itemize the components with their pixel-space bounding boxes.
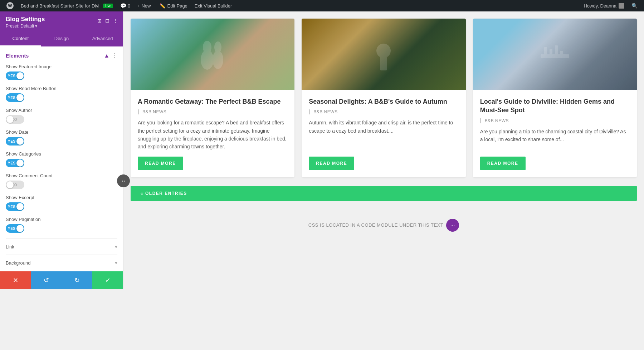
svg-rect-5: [380, 56, 387, 70]
blog-card-seasonal: Seasonal Delights: A B&B's Guide to Autu…: [302, 19, 465, 177]
columns-icon[interactable]: ⊟: [105, 18, 109, 24]
toggle-yes-label: YES: [6, 96, 16, 100]
search-admin-icon[interactable]: 🔍: [628, 3, 641, 9]
toggle-yes-label: YES: [6, 227, 16, 231]
author-toggle-wrapper: NO: [6, 115, 117, 124]
excerpt-toggle[interactable]: YES: [6, 202, 24, 211]
elements-section-title: Elements: [6, 53, 29, 59]
comment-count-label: Show Comment Count: [6, 173, 117, 178]
css-module-text: CSS IS LOCATED IN A CODE MODULE UNDER TH…: [308, 222, 443, 228]
fullscreen-icon[interactable]: ⊞: [97, 18, 102, 24]
excerpt-toggle-wrapper: YES: [6, 202, 117, 211]
background-section-chevron-icon: ▾: [115, 260, 117, 266]
comment-count-toggle-wrapper: NO: [6, 181, 117, 189]
romantic-image-svg: [191, 33, 234, 76]
separator: [155, 2, 155, 9]
pagination-toggle-wrapper: YES: [6, 224, 117, 233]
section-more-icon[interactable]: ⋮: [112, 52, 117, 59]
edit-page-item[interactable]: ✏️ Edit Page: [156, 0, 191, 11]
sidebar-preset[interactable]: Preset: Default ▾: [6, 24, 117, 29]
toggle-yes-label: YES: [6, 161, 16, 165]
categories-toggle[interactable]: YES: [6, 159, 24, 167]
svg-point-1: [201, 50, 214, 70]
blog-card-image-romantic: [131, 19, 294, 90]
read-more-button-seasonal[interactable]: READ MORE: [309, 157, 354, 170]
wp-logo-item[interactable]: W: [3, 0, 17, 11]
author-label: Show Author: [6, 108, 117, 113]
featured-image-toggle[interactable]: YES: [6, 72, 24, 80]
svg-rect-7: [544, 47, 547, 55]
avatar: [619, 3, 624, 9]
blog-card-body-romantic: A Romantic Getaway: The Perfect B&B Esca…: [131, 90, 294, 177]
more-options-circle-button[interactable]: ···: [446, 219, 459, 232]
setting-read-more: Show Read More Button YES: [6, 86, 117, 102]
comment-count-toggle[interactable]: NO: [6, 181, 24, 189]
read-more-button-local[interactable]: READ MORE: [480, 157, 526, 170]
blog-card-excerpt-local: Are you planning a trip to the charming …: [480, 128, 630, 151]
older-entries-button[interactable]: « OLDER ENTRIES: [131, 186, 637, 201]
blog-card-category-local: B&B NEWS: [480, 118, 630, 123]
exit-builder-item[interactable]: Exit Visual Builder: [191, 0, 236, 11]
main-layout: Blog Settings Preset: Default ▾ ⊞ ⊟ ⋮ Co…: [0, 11, 644, 350]
preset-caret-icon: ▾: [35, 24, 37, 29]
pagination-toggle[interactable]: YES: [6, 224, 24, 233]
collapse-icon[interactable]: ▲: [104, 53, 109, 59]
setting-author: Show Author NO: [6, 108, 117, 124]
sidebar-drag-handle[interactable]: ↔: [117, 174, 130, 187]
author-toggle[interactable]: NO: [6, 115, 24, 124]
read-more-button-romantic[interactable]: READ MORE: [138, 157, 183, 170]
background-section: Background ▾: [6, 255, 117, 266]
read-more-toggle[interactable]: YES: [6, 93, 24, 102]
setting-categories: Show Categories YES: [6, 151, 117, 167]
toggle-knob: [16, 94, 24, 101]
toggle-yes-label: YES: [6, 139, 16, 143]
blog-card-local: Local's Guide to Diviville: Hidden Gems …: [473, 19, 637, 177]
section-controls: ▲ ⋮: [104, 52, 117, 59]
blog-card-title-local: Local's Guide to Diviville: Hidden Gems …: [480, 97, 630, 115]
toggle-knob: [16, 225, 24, 232]
undo-button[interactable]: ↺: [31, 271, 62, 289]
comments-item[interactable]: 💬 0: [117, 0, 134, 11]
background-section-header[interactable]: Background ▾: [6, 260, 117, 266]
categories-toggle-wrapper: YES: [6, 159, 117, 167]
link-section-header[interactable]: Link ▾: [6, 244, 117, 250]
date-toggle[interactable]: YES: [6, 137, 24, 146]
edit-page-label: Edit Page: [167, 3, 187, 9]
toggle-knob: [6, 116, 14, 123]
tab-advanced[interactable]: Advanced: [82, 31, 123, 46]
blog-card-title-romantic: A Romantic Getaway: The Perfect B&B Esca…: [138, 97, 287, 106]
redo-button[interactable]: ↻: [62, 271, 92, 289]
setting-pagination: Show Pagination YES: [6, 217, 117, 233]
new-label: + New: [137, 3, 151, 9]
howdy-item[interactable]: Howdy, Deanna: [580, 3, 628, 9]
blog-grid: A Romantic Getaway: The Perfect B&B Esca…: [131, 19, 637, 177]
svg-rect-10: [560, 51, 563, 55]
css-module-section: CSS IS LOCATED IN A CODE MODULE UNDER TH…: [131, 219, 637, 232]
link-section: Link ▾: [6, 238, 117, 250]
tabs: Content Design Advanced: [0, 31, 123, 46]
pagination-label: Show Pagination: [6, 217, 117, 222]
site-name: Bed and Breakfast Starter Site for Divi: [21, 3, 99, 9]
tab-content[interactable]: Content: [0, 31, 41, 46]
more-options-icon[interactable]: ⋮: [113, 18, 118, 24]
content-area: A Romantic Getaway: The Perfect B&B Esca…: [123, 11, 644, 350]
sidebar: Blog Settings Preset: Default ▾ ⊞ ⊟ ⋮ Co…: [0, 11, 123, 289]
toggle-yes-label: YES: [6, 74, 16, 78]
date-toggle-wrapper: YES: [6, 137, 117, 146]
cancel-button[interactable]: ✕: [0, 271, 31, 289]
comment-bubble-icon: 💬: [120, 3, 126, 9]
svg-rect-8: [550, 49, 552, 55]
tab-design[interactable]: Design: [41, 31, 82, 46]
sidebar-bottom-bar: ✕ ↺ ↻ ✓: [0, 271, 123, 289]
toggle-knob: [16, 72, 24, 79]
live-badge: Live: [103, 4, 113, 8]
admin-bar: W Bed and Breakfast Starter Site for Div…: [0, 0, 644, 11]
site-name-item[interactable]: Bed and Breakfast Starter Site for Divi …: [17, 0, 117, 11]
save-button[interactable]: ✓: [92, 271, 123, 289]
elements-section-header: Elements ▲ ⋮: [6, 52, 117, 59]
toggle-knob: [16, 138, 24, 145]
new-item[interactable]: + New: [134, 0, 154, 11]
preset-label: Preset: Default: [6, 24, 34, 29]
background-section-title: Background: [6, 260, 30, 266]
setting-comment-count: Show Comment Count NO: [6, 173, 117, 189]
